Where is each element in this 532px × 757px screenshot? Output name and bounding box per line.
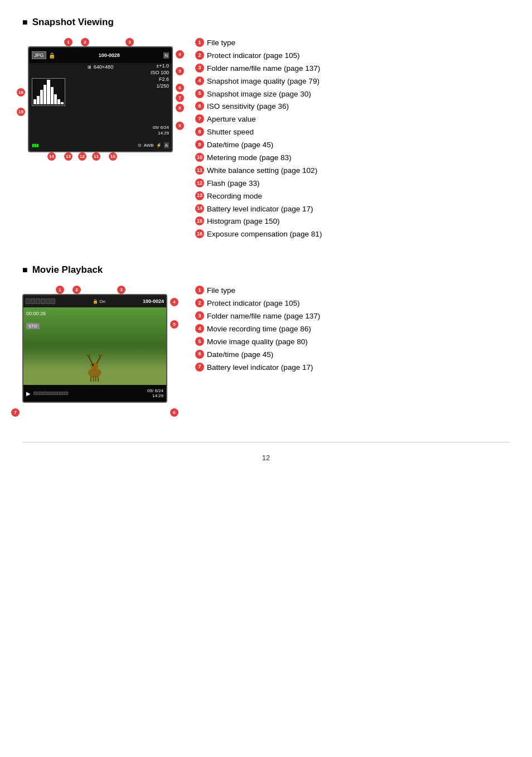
movie-item-6: 6 Date/time (page 45) bbox=[195, 350, 510, 360]
movie-callout-3: 3 bbox=[117, 286, 125, 294]
movie-num-5: 5 bbox=[195, 337, 204, 346]
snap-metering-icon: ⊙ bbox=[138, 143, 142, 148]
callout-6: 6 bbox=[176, 84, 184, 92]
movie-duration: 00:00:26 bbox=[26, 311, 46, 316]
callout-3: 3 bbox=[125, 38, 134, 46]
snap-num-8: 8 bbox=[195, 127, 204, 136]
snap-num-9: 9 bbox=[195, 140, 204, 149]
snapshot-item-11: 11 White balance setting (page 102) bbox=[195, 166, 510, 176]
svg-line-11 bbox=[98, 376, 99, 382]
snapshot-item-4: 4 Snapshot image quality (page 79) bbox=[195, 76, 510, 87]
movie-folder: 100-0024 bbox=[143, 298, 164, 304]
snap-label-13: Recording mode bbox=[207, 191, 262, 202]
snap-num-11: 11 bbox=[195, 166, 204, 175]
snap-mode-indicator: ⊞ bbox=[88, 65, 91, 70]
snap-num-15: 15 bbox=[195, 216, 204, 225]
snap-num-1: 1 bbox=[195, 38, 204, 47]
snap-label-9: Date/time (page 45) bbox=[207, 140, 273, 151]
movie-quality-badge: STD bbox=[26, 323, 40, 329]
svg-line-7 bbox=[99, 354, 100, 357]
movie-num-1: 1 bbox=[195, 286, 204, 295]
movie-label-7: Battery level indicator (page 17) bbox=[207, 363, 313, 373]
snapshot-display: JPG 🔒 100-0028 N ⊞ 640×480 bbox=[22, 38, 178, 161]
snapshot-item-14: 14 Battery level indicator (page 17) bbox=[195, 204, 510, 215]
callout-12: 12 bbox=[78, 152, 86, 161]
snapshot-title: Snapshot Viewing bbox=[22, 17, 510, 28]
snap-folder: 100-0028 bbox=[99, 52, 120, 58]
movie-item-7: 7 Battery level indicator (page 17) bbox=[195, 363, 510, 373]
snapshot-item-7: 7 Aperture value bbox=[195, 114, 510, 125]
snap-rec-mode: A bbox=[164, 142, 169, 148]
snap-label-3: Folder name/file name (page 137) bbox=[207, 64, 320, 74]
svg-line-2 bbox=[89, 357, 93, 364]
snap-wb-icon: AWB bbox=[144, 143, 154, 148]
snap-battery-icon: ▮▮▮ bbox=[32, 143, 38, 148]
callout-1: 1 bbox=[64, 38, 72, 46]
movie-callout-7: 7 bbox=[11, 408, 20, 417]
callout-4: 4 bbox=[176, 50, 184, 59]
snap-protect-icon: 🔒 bbox=[49, 52, 55, 59]
svg-line-6 bbox=[100, 355, 103, 357]
snapshot-item-1: 1 File type bbox=[195, 38, 510, 49]
callout-7: 7 bbox=[176, 94, 184, 102]
movie-content: 🔒 On 100-0024 bbox=[22, 286, 510, 420]
callout-15: 15 bbox=[17, 108, 25, 116]
snap-file-icon: JPG bbox=[32, 51, 46, 59]
svg-line-8 bbox=[91, 376, 91, 382]
snap-flash-icon: ⚡ bbox=[156, 143, 162, 148]
callout-8: 8 bbox=[176, 104, 184, 112]
snap-num-12: 12 bbox=[195, 179, 204, 187]
movie-label-4: Movie recording time (page 86) bbox=[207, 324, 311, 335]
callout-10: 10 bbox=[109, 152, 117, 161]
svg-line-5 bbox=[97, 357, 100, 364]
page-number: 12 bbox=[22, 454, 510, 462]
callout-16: 16 bbox=[17, 88, 25, 97]
snapshot-info-list: 1 File type 2 Protect indicator (page 10… bbox=[195, 38, 510, 242]
snap-aperture: F2.6 bbox=[159, 76, 169, 82]
movie-time-display: 00:00:26 bbox=[26, 311, 46, 316]
snap-time: 14:29 bbox=[158, 131, 169, 136]
movie-scene bbox=[23, 307, 166, 385]
movie-callout-6: 6 bbox=[170, 408, 178, 417]
movie-item-3: 3 Folder name/file name (page 137) bbox=[195, 311, 510, 322]
snapshot-item-15: 15 Histogram (page 150) bbox=[195, 216, 510, 227]
movie-item-1: 1 File type bbox=[195, 286, 510, 296]
snap-histogram bbox=[32, 78, 65, 106]
snapshot-section: Snapshot Viewing JPG 🔒 100-0 bbox=[22, 17, 510, 242]
snap-num-16: 16 bbox=[195, 229, 204, 238]
snapshot-item-12: 12 Flash (page 33) bbox=[195, 179, 510, 189]
movie-num-7: 7 bbox=[195, 363, 204, 372]
movie-label-5: Movie image quality (page 80) bbox=[207, 337, 308, 348]
movie-label-3: Folder name/file name (page 137) bbox=[207, 311, 320, 322]
snap-label-7: Aperture value bbox=[207, 114, 256, 125]
snapshot-item-5: 5 Snapshot image size (page 30) bbox=[195, 89, 510, 100]
snap-num-7: 7 bbox=[195, 114, 204, 123]
movie-label-6: Date/time (page 45) bbox=[207, 350, 273, 360]
movie-date: 09/ 6/24 bbox=[147, 388, 163, 393]
snapshot-camera-screen: JPG 🔒 100-0028 N ⊞ 640×480 bbox=[28, 46, 173, 152]
snapshot-item-10: 10 Metering mode (page 83) bbox=[195, 153, 510, 163]
snap-num-6: 6 bbox=[195, 102, 204, 110]
movie-protect-icon: 🔒 On bbox=[56, 299, 142, 304]
snap-num-14: 14 bbox=[195, 204, 204, 213]
snap-num-10: 10 bbox=[195, 153, 204, 162]
snap-label-16: Exposure compensation (page 81) bbox=[207, 229, 322, 240]
callout-9: 9 bbox=[176, 122, 184, 130]
movie-label-1: File type bbox=[207, 286, 235, 296]
snap-num-5: 5 bbox=[195, 89, 204, 98]
movie-title: Movie Playback bbox=[22, 264, 510, 276]
snap-num-4: 4 bbox=[195, 76, 204, 85]
snap-label-8: Shutter speed bbox=[207, 127, 254, 138]
snap-label-4: Snapshot image quality (page 79) bbox=[207, 76, 320, 87]
movie-item-4: 4 Movie recording time (page 86) bbox=[195, 324, 510, 335]
snapshot-content: JPG 🔒 100-0028 N ⊞ 640×480 bbox=[22, 38, 510, 242]
movie-section: Movie Playback bbox=[22, 264, 510, 420]
snap-label-12: Flash (page 33) bbox=[207, 179, 260, 189]
snap-label-11: White balance setting (page 102) bbox=[207, 166, 317, 176]
callout-5: 5 bbox=[176, 67, 184, 75]
snapshot-item-13: 13 Recording mode bbox=[195, 191, 510, 202]
snap-num-2: 2 bbox=[195, 51, 204, 60]
snap-label-15: Histogram (page 150) bbox=[207, 216, 280, 227]
movie-num-2: 2 bbox=[195, 298, 204, 307]
movie-callout-5: 5 bbox=[170, 320, 178, 329]
